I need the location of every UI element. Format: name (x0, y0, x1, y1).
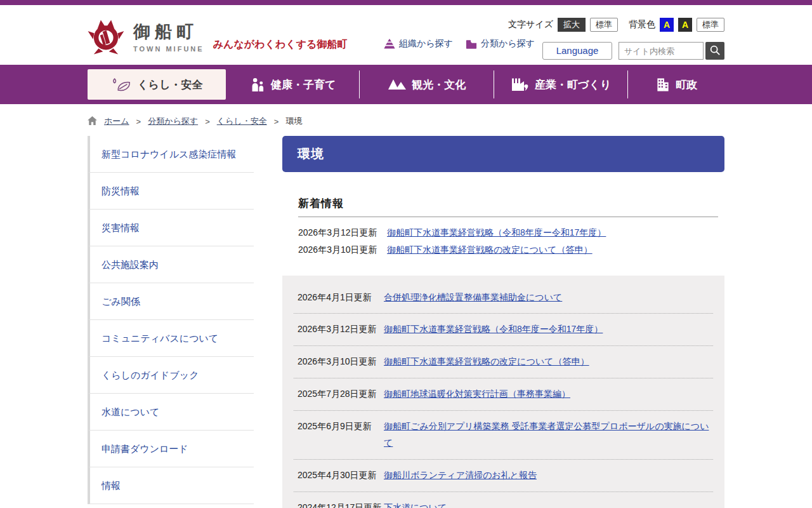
breadcrumb-home[interactable]: ホーム (104, 116, 129, 127)
nav-item-kanko-bunka[interactable]: 観光・文化 (360, 65, 493, 104)
site-name: 御船町 (133, 20, 204, 43)
folder-icon (466, 39, 477, 49)
archive-link[interactable]: 御船町下水道事業経営戦略の改定について（答申） (384, 356, 589, 366)
archive-row: 2026年4月1日更新 合併処理浄化槽設置整備事業補助金について (294, 282, 713, 314)
people-icon (249, 77, 266, 92)
news-date: 2026年3月10日更新 (298, 243, 387, 256)
site-search (619, 42, 724, 60)
sidebar-item[interactable]: 公共施設案内 (88, 246, 254, 283)
language-button[interactable]: Language (542, 42, 612, 60)
bg-color-standard-button[interactable]: 標準 (697, 18, 724, 32)
pyramid-icon (384, 39, 395, 49)
font-size-label: 文字サイズ (508, 19, 553, 30)
nav-item-kurashi-anzen[interactable]: くらし・安全 (88, 69, 226, 100)
sidebar-item[interactable]: 水道について (88, 394, 254, 431)
archive-link[interactable]: 下水道について (384, 502, 447, 508)
sidebar-item[interactable]: 防災情報 (88, 173, 254, 210)
font-size-standard-button[interactable]: 標準 (590, 18, 618, 32)
news-heading: 新着情報 (298, 196, 718, 211)
archive-date: 2024年12月17日更新 (298, 500, 384, 508)
archive-row: 2026年3月10日更新 御船町下水道事業経営戦略の改定について（答申） (294, 346, 713, 378)
archive-date: 2025年7月28日更新 (298, 386, 384, 403)
search-icon (709, 44, 721, 58)
sidebar-item[interactable]: 新型コロナウイルス感染症情報 (88, 136, 254, 173)
archive-row: 2026年3月12日更新 御船町下水道事業経営戦略（令和8年度ー令和17年度） (294, 314, 713, 346)
sidebar-item[interactable]: 災害情報 (88, 210, 254, 246)
news-date: 2026年3月12日更新 (298, 226, 387, 239)
archive-row: 2025年7月28日更新 御船町地球温暖化対策実行計画（事務事業編） (294, 378, 713, 411)
search-by-organization-link[interactable]: 組織から探す (384, 38, 453, 50)
site-header: 御船町 TOWN MIFUNE みんながわくわくする御船町 文字サイズ 拡大 標… (88, 5, 724, 65)
building-icon (655, 77, 671, 92)
site-brand[interactable]: 御船町 TOWN MIFUNE みんながわくわくする御船町 (88, 13, 347, 60)
archive-date: 2026年3月12日更新 (298, 321, 384, 338)
archive-list: 2026年4月1日更新 合併処理浄化槽設置整備事業補助金について 2026年3月… (282, 276, 724, 508)
archive-date: 2026年3月10日更新 (298, 354, 384, 370)
archive-row: 2025年6月9日更新 御船町ごみ分別アプリ構築業務 受託事業者選定公募型プロポ… (294, 411, 713, 460)
page-title: 環境 (282, 136, 724, 172)
search-by-category-link[interactable]: 分類から探す (466, 38, 535, 50)
news-divider (298, 217, 718, 217)
site-title: 御船町 TOWN MIFUNE (133, 20, 204, 53)
breadcrumb: ホーム > 分類から探す > くらし・安全 > 環境 (88, 116, 724, 127)
archive-date: 2025年6月9日更新 (298, 418, 384, 451)
news-link[interactable]: 御船町下水道事業経営戦略の改定について（答申） (387, 243, 593, 256)
archive-date: 2026年4月1日更新 (298, 290, 384, 306)
breadcrumb-current: 環境 (285, 116, 302, 127)
archive-row: 2024年12月17日更新 下水道について (294, 492, 713, 508)
archive-link[interactable]: 合併処理浄化槽設置整備事業補助金について (384, 292, 562, 302)
top-accent-bar (0, 0, 812, 5)
archive-link[interactable]: 御船町ごみ分別アプリ構築業務 受託事業者選定公募型プロポーザルの実施について (384, 421, 709, 448)
sidebar-item[interactable]: 申請書ダウンロード (88, 431, 254, 467)
search-button[interactable] (705, 42, 724, 60)
global-nav: くらし・安全 健康・子育て 観光・文化 (0, 65, 812, 104)
leaf-drop-icon (110, 77, 132, 93)
factory-icon (511, 77, 530, 91)
breadcrumb-category[interactable]: 分類から探す (148, 116, 198, 127)
sidebar-item[interactable]: 情報 (88, 467, 254, 504)
news-section: 新着情報 2026年3月12日更新 御船町下水道事業経営戦略（令和8年度ー令和1… (282, 196, 724, 257)
nav-item-sangyo-machizukuri[interactable]: 産業・町づくり (494, 65, 627, 104)
site-name-en: TOWN MIFUNE (133, 45, 204, 53)
town-emblem-icon (88, 18, 124, 55)
sidebar-item[interactable]: コミュニティバスについて (88, 320, 254, 357)
bg-color-label: 背景色 (629, 19, 655, 30)
sidebar-item[interactable]: ごみ関係 (88, 283, 254, 320)
news-link[interactable]: 御船町下水道事業経営戦略（令和8年度ー令和17年度） (387, 226, 606, 239)
site-tagline: みんながわくわくする御船町 (213, 38, 348, 51)
archive-link[interactable]: 御船町地球温暖化対策実行計画（事務事業編） (384, 389, 570, 399)
bg-color-black-button[interactable]: A (678, 18, 692, 32)
sidebar-menu: 新型コロナウイルス感染症情報 防災情報 災害情報 公共施設案内 ごみ関係 コミュ… (88, 136, 254, 508)
nav-item-kenko-kosodate[interactable]: 健康・子育て (226, 65, 359, 104)
home-icon (88, 116, 97, 127)
accessibility-controls: 文字サイズ 拡大 標準 背景色 A A 標準 (508, 18, 724, 32)
bg-color-blue-button[interactable]: A (660, 18, 674, 32)
archive-row: 2025年4月30日更新 御船川ボランティア清掃のお礼と報告 (294, 460, 713, 492)
news-row: 2026年3月12日更新 御船町下水道事業経営戦略（令和8年度ー令和17年度） (298, 226, 718, 239)
mountain-icon (388, 79, 407, 90)
news-list: 2026年3月12日更新 御船町下水道事業経営戦略（令和8年度ー令和17年度） … (298, 226, 718, 257)
font-size-expand-button[interactable]: 拡大 (558, 18, 586, 32)
archive-date: 2025年4月30日更新 (298, 467, 384, 484)
breadcrumb-kurashi-anzen[interactable]: くらし・安全 (217, 116, 267, 127)
news-row: 2026年3月10日更新 御船町下水道事業経営戦略の改定について（答申） (298, 243, 718, 256)
archive-link[interactable]: 御船町下水道事業経営戦略（令和8年度ー令和17年度） (384, 324, 603, 334)
nav-item-chosei[interactable]: 町政 (628, 65, 724, 104)
search-input[interactable] (619, 42, 704, 60)
sidebar-item[interactable]: くらしのガイドブック (88, 357, 254, 394)
archive-link[interactable]: 御船川ボランティア清掃のお礼と報告 (384, 470, 537, 480)
main-content: 環境 新着情報 2026年3月12日更新 御船町下水道事業経営戦略（令和8年度ー… (282, 136, 724, 508)
